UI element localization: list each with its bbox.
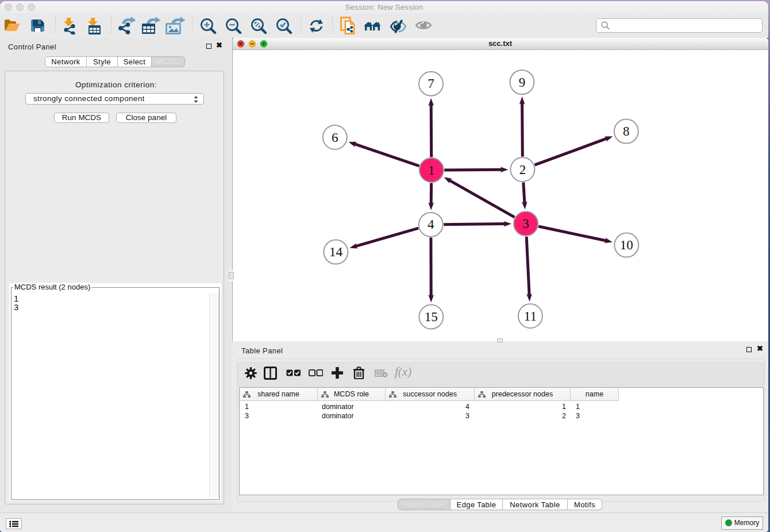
- svg-text:1: 1: [428, 163, 435, 178]
- svg-text:15: 15: [425, 310, 438, 324]
- svg-text:2: 2: [519, 163, 526, 177]
- svg-text:6: 6: [332, 130, 338, 145]
- svg-text:14: 14: [329, 245, 343, 259]
- svg-text:4: 4: [428, 217, 434, 232]
- svg-text:10: 10: [620, 238, 633, 252]
- svg-text:11: 11: [524, 309, 537, 323]
- svg-text:9: 9: [519, 75, 526, 90]
- svg-text:8: 8: [623, 124, 630, 138]
- svg-text:7: 7: [428, 76, 434, 91]
- svg-text:3: 3: [522, 217, 529, 231]
